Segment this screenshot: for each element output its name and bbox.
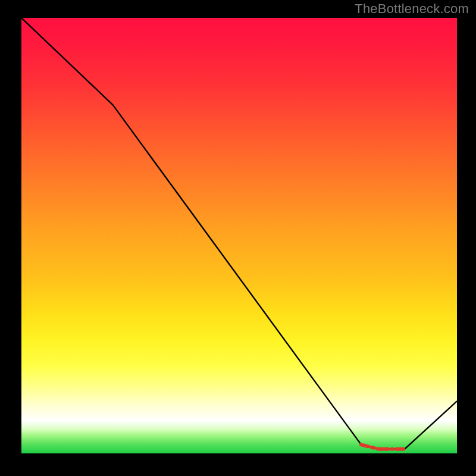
highlight-segment xyxy=(361,444,405,449)
bottleneck-curve xyxy=(21,18,457,449)
chart-overlay xyxy=(21,18,457,453)
attribution-label: TheBottleneck.com xyxy=(355,1,469,17)
plot-area xyxy=(21,18,457,453)
chart-container: TheBottleneck.com xyxy=(0,0,476,476)
